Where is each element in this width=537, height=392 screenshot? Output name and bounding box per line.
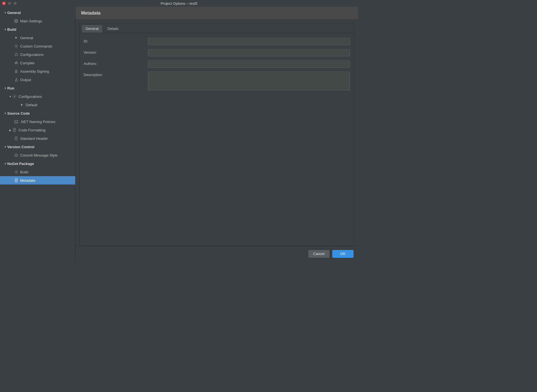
page-title: Metadata	[76, 7, 358, 20]
sidebar-item-run-configurations[interactable]: ▼ Configurations	[0, 92, 75, 101]
sidebar-item-compiler[interactable]: Compiler	[0, 59, 75, 67]
section-label: Source Code	[7, 111, 30, 115]
section-label: Version Control	[7, 145, 34, 149]
svg-marker-11	[21, 104, 23, 106]
chevron-down-icon: ▼	[3, 11, 7, 14]
description-label: Description:	[84, 72, 145, 77]
sidebar-item-code-formatting[interactable]: ▶ Code Formatting	[0, 126, 75, 134]
svg-point-6	[17, 63, 17, 63]
section-label: NuGet Package	[7, 162, 34, 166]
sidebar-item-build-general[interactable]: General	[0, 34, 75, 42]
sidebar-section-source-code[interactable]: ▼ Source Code	[0, 109, 75, 117]
sidebar-item-output[interactable]: Output	[0, 75, 75, 84]
sidebar-item-label: Configurations	[20, 53, 44, 57]
tab-general[interactable]: General	[81, 25, 103, 33]
content-panel: General Details ID: Version: Authors:	[79, 23, 354, 246]
page-icon	[14, 178, 18, 183]
sidebar-item-label: Main Settings	[20, 19, 42, 23]
svg-rect-3	[15, 53, 17, 56]
window-close-button[interactable]	[2, 2, 6, 5]
chevron-right-icon: ▶	[8, 129, 12, 132]
sidebar-item-label: Default	[26, 103, 37, 107]
metadata-form: ID: Version: Authors: Description:	[80, 33, 354, 96]
chevron-down-icon: ▼	[3, 28, 7, 31]
description-input[interactable]	[148, 72, 350, 91]
badge-icon	[14, 69, 18, 74]
sidebar-item-assembly-signing[interactable]: Assembly Signing	[0, 67, 75, 75]
svg-point-0	[16, 20, 17, 22]
section-label: Run	[7, 86, 14, 90]
sidebar-item-main-settings[interactable]: Main Settings	[0, 17, 75, 25]
tab-details[interactable]: Details	[103, 25, 123, 33]
sidebar-item-label: Compiler	[20, 61, 35, 65]
sidebar-item-label: .NET Naming Policies	[20, 120, 55, 124]
svg-rect-12	[15, 121, 18, 123]
sidebar-item-label: Configurations	[18, 95, 42, 99]
svg-point-9	[15, 70, 17, 72]
sidebar-item-label: Custom Commands	[20, 44, 52, 48]
chevron-down-icon: ▼	[3, 87, 7, 90]
cancel-button[interactable]: Cancel	[308, 250, 329, 258]
svg-point-24	[15, 154, 18, 157]
hash-icon: #	[14, 136, 18, 141]
section-label: Build	[7, 27, 17, 32]
gear-icon	[14, 19, 18, 23]
keyboard-icon	[14, 119, 18, 124]
window-minimize-button[interactable]	[8, 2, 11, 5]
sidebar-item-configurations[interactable]: Configurations	[0, 50, 75, 59]
square-icon	[14, 52, 18, 57]
tab-label: General	[86, 27, 98, 31]
gear-icon	[14, 44, 18, 48]
chevron-down-icon: ▼	[3, 145, 7, 148]
version-input[interactable]	[148, 49, 350, 56]
id-label: ID:	[84, 38, 145, 43]
button-label: Cancel	[313, 252, 324, 256]
gear-icon	[12, 94, 17, 99]
sidebar-item-nuget-build[interactable]: Build	[0, 168, 75, 176]
svg-point-2	[16, 46, 17, 47]
sidebar-item-naming-policies[interactable]: .NET Naming Policies	[0, 117, 75, 126]
dialog-footer: Cancel OK	[76, 246, 358, 261]
sidebar-item-standard-header[interactable]: # Standard Header	[0, 134, 75, 143]
chevron-down-icon: ▼	[3, 112, 7, 115]
sidebar-item-label: Commit Message Style	[20, 153, 58, 157]
chevron-down-icon: ▼	[3, 162, 7, 165]
play-icon	[14, 36, 18, 40]
authors-input[interactable]	[148, 60, 350, 68]
chevron-down-icon: ▼	[8, 95, 12, 98]
sidebar-item-label: Standard Header	[20, 136, 48, 141]
flask-icon	[14, 77, 18, 82]
project-options-window: Project Options – test5 ▼ General Main S…	[0, 0, 358, 261]
sidebar-item-nuget-metadata[interactable]: Metadata	[0, 176, 75, 185]
ok-button[interactable]: OK	[332, 250, 354, 258]
gear-icon	[14, 170, 18, 174]
svg-marker-1	[15, 37, 17, 39]
sidebar-item-custom-commands[interactable]: Custom Commands	[0, 42, 75, 50]
id-input[interactable]	[148, 38, 350, 45]
tab-label: Details	[107, 27, 119, 31]
check-circle-icon	[14, 153, 18, 157]
sidebar-item-label: Build	[20, 170, 28, 174]
sidebar-item-label: Code Formatting	[18, 128, 46, 132]
doc-icon	[12, 128, 17, 132]
sidebar-section-general[interactable]: ▼ General	[0, 8, 75, 17]
sidebar-item-label: Metadata	[20, 178, 35, 183]
sidebar-section-run[interactable]: ▼ Run	[0, 84, 75, 92]
sidebar-item-run-default[interactable]: Default	[0, 101, 75, 109]
version-label: Version:	[84, 49, 145, 55]
window-controls	[2, 2, 17, 5]
sidebar-section-version-control[interactable]: ▼ Version Control	[0, 143, 75, 151]
sidebar: ▼ General Main Settings ▼ Build General	[0, 7, 76, 261]
play-icon	[20, 103, 24, 107]
window-zoom-button[interactable]	[13, 2, 17, 5]
main-panel: Metadata General Details ID: Ve	[76, 7, 358, 261]
sidebar-section-build[interactable]: ▼ Build	[0, 25, 75, 34]
titlebar: Project Options – test5	[0, 0, 358, 7]
svg-point-25	[16, 171, 17, 173]
tab-bar: General Details	[80, 23, 354, 33]
button-label: OK	[340, 252, 346, 256]
sidebar-item-commit-message-style[interactable]: Commit Message Style	[0, 151, 75, 159]
sidebar-item-label: Output	[20, 78, 31, 82]
sidebar-section-nuget-package[interactable]: ▼ NuGet Package	[0, 159, 75, 168]
robot-icon	[14, 61, 18, 65]
